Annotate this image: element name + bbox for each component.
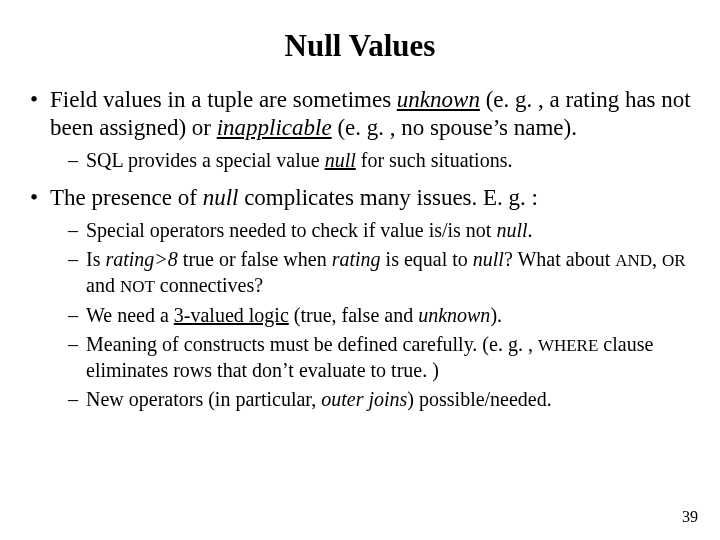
bullet-list: Field values in a tuple are sometimes un… <box>28 86 692 413</box>
keyword-and: AND <box>615 251 652 270</box>
sub-2-3: We need a 3-valued logic (true, false an… <box>68 303 692 329</box>
sub-list-1: SQL provides a special value null for su… <box>50 148 692 174</box>
sub-1-1: SQL provides a special value null for su… <box>68 148 692 174</box>
text: We need a <box>86 304 174 326</box>
sub-2-2: Is rating>8 true or false when rating is… <box>68 247 692 298</box>
page-number: 39 <box>682 508 698 526</box>
text: SQL provides a special value <box>86 149 325 171</box>
keyword-or: OR <box>662 251 686 270</box>
text: (true, false and <box>289 304 418 326</box>
keyword-where: WHERE <box>538 336 598 355</box>
text: connectives? <box>155 274 263 296</box>
text: ? What about <box>504 248 615 270</box>
text: Field values in a tuple are sometimes <box>50 87 397 112</box>
text: , <box>652 248 662 270</box>
keyword-not: NOT <box>120 277 155 296</box>
term-null: null <box>325 149 356 171</box>
text: Meaning of constructs must be defined ca… <box>86 333 538 355</box>
text: . <box>528 219 533 241</box>
term-inapplicable: inapplicable <box>217 115 332 140</box>
term-outer-joins: outer joins <box>321 388 407 410</box>
sub-2-5: New operators (in particular, outer join… <box>68 387 692 413</box>
term-rating-gt-8: rating>8 <box>105 248 177 270</box>
text: The presence of <box>50 185 203 210</box>
text: Special operators needed to check if val… <box>86 219 496 241</box>
slide-title: Null Values <box>28 28 692 64</box>
text: ) possible/needed. <box>407 388 551 410</box>
text: true or false when <box>178 248 332 270</box>
text: New operators (in particular, <box>86 388 321 410</box>
sub-2-1: Special operators needed to check if val… <box>68 218 692 244</box>
sub-2-4: Meaning of constructs must be defined ca… <box>68 332 692 383</box>
term-null: null <box>473 248 504 270</box>
text: complicates many issues. E. g. : <box>238 185 538 210</box>
term-unknown: unknown <box>397 87 480 112</box>
text: ). <box>490 304 502 326</box>
slide: Null Values Field values in a tuple are … <box>0 0 720 540</box>
bullet-2: The presence of null complicates many is… <box>28 184 692 413</box>
text: and <box>86 274 120 296</box>
term-null: null <box>203 185 239 210</box>
term-rating: rating <box>332 248 381 270</box>
term-null: null <box>496 219 527 241</box>
sub-list-2: Special operators needed to check if val… <box>50 218 692 413</box>
bullet-1: Field values in a tuple are sometimes un… <box>28 86 692 174</box>
text: (e. g. , no spouse’s name). <box>332 115 577 140</box>
text: for such situations. <box>356 149 513 171</box>
text: Is <box>86 248 105 270</box>
text: is equal to <box>381 248 473 270</box>
term-3-valued-logic: 3-valued logic <box>174 304 289 326</box>
term-unknown: unknown <box>418 304 490 326</box>
